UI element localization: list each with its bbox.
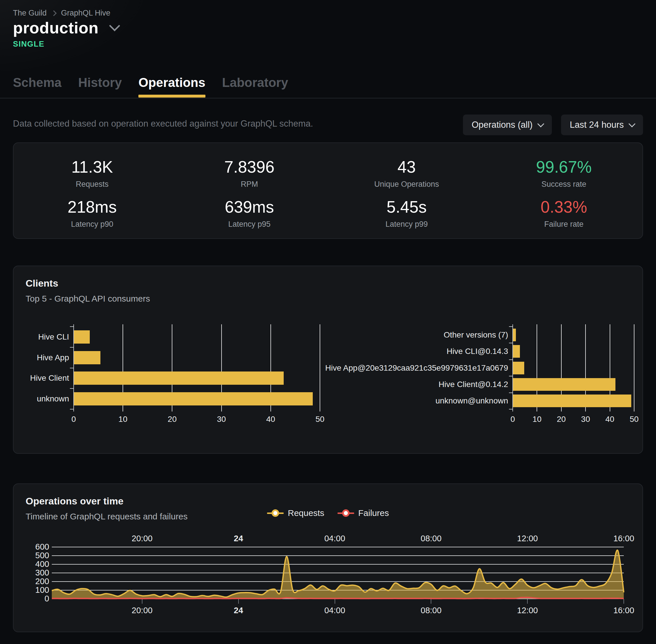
- target-header: production: [13, 18, 118, 37]
- stat-label: Unique Operations: [328, 180, 485, 189]
- stat-cell: 11.3KRequests: [14, 157, 171, 189]
- clients-by-version-chart: 01020304050Other versions (7)Hive CLI@0.…: [14, 266, 643, 454]
- chevron-down-icon: [537, 120, 544, 127]
- period-filter-dropdown[interactable]: Last 24 hours: [561, 115, 643, 135]
- x-tick-label: 30: [574, 415, 597, 424]
- stat-cell: 639msLatency p95: [171, 198, 328, 229]
- stat-cell: 7.8396RPM: [171, 157, 328, 189]
- stat-value: 99.67%: [485, 157, 643, 177]
- chevron-down-icon: [628, 120, 635, 127]
- operations-filter-dropdown[interactable]: Operations (all): [463, 115, 552, 135]
- stat-label: Latency p90: [14, 220, 171, 229]
- x-tick-label: 20: [550, 415, 573, 424]
- category-label: Other versions (7): [14, 330, 508, 340]
- breadcrumb: The Guild GraphQL Hive: [13, 9, 111, 18]
- tab-laboratory[interactable]: Laboratory: [222, 75, 288, 97]
- axis-tick: [509, 360, 513, 360]
- header-divider: [0, 98, 656, 98]
- stats-grid: 11.3KRequests7.8396RPM43Unique Operation…: [14, 143, 642, 229]
- bar: [513, 378, 615, 391]
- stat-label: Requests: [14, 180, 171, 189]
- breadcrumb-org-link[interactable]: The Guild: [13, 9, 47, 18]
- axis-tick: [509, 343, 513, 343]
- tab-bar: SchemaHistoryOperationsLaboratory: [13, 75, 288, 97]
- x-tick-label: 10: [525, 415, 548, 424]
- stat-cell: 0.33%Failure rate: [485, 198, 643, 229]
- stat-label: Latency p95: [171, 220, 328, 229]
- chevron-right-icon: [51, 10, 57, 16]
- clients-card: Clients Top 5 - GraphQL API consumers 01…: [13, 266, 643, 454]
- tab-operations[interactable]: Operations: [138, 75, 205, 97]
- stat-value: 639ms: [171, 198, 328, 216]
- tab-label: Schema: [13, 75, 62, 90]
- breadcrumb-project-link[interactable]: GraphQL Hive: [61, 9, 111, 18]
- stat-cell: 43Unique Operations: [328, 157, 485, 189]
- stat-value: 5.45s: [328, 198, 485, 216]
- operations-over-time-card: Operations over time Timeline of GraphQL…: [13, 483, 643, 632]
- stat-cell: 218msLatency p90: [14, 198, 171, 229]
- stat-label: RPM: [171, 180, 328, 189]
- x-tick-label: 40: [599, 415, 622, 424]
- stat-value: 11.3K: [14, 157, 171, 177]
- stats-card: 11.3KRequests7.8396RPM43Unique Operation…: [13, 142, 643, 239]
- bar: [513, 394, 631, 407]
- category-label: Hive App@20e3129caa921c35e9979631e17a067…: [14, 363, 508, 373]
- stat-label: Failure rate: [485, 220, 643, 229]
- x-tick-label: 0: [501, 415, 524, 424]
- operations-filter-description: Data collected based on operation execut…: [13, 119, 313, 129]
- x-tick-label: 50: [623, 415, 646, 424]
- requests-area: [52, 550, 624, 599]
- tab-label: Laboratory: [222, 75, 288, 90]
- bar: [513, 362, 524, 374]
- tab-history[interactable]: History: [78, 75, 122, 97]
- stat-label: Latency p99: [328, 220, 485, 229]
- axis-tick: [509, 376, 513, 376]
- category-label: Hive CLI@0.14.3: [14, 346, 508, 356]
- timeline-chart: 010020030040050060020:0020:00242404:0004…: [14, 484, 643, 633]
- category-label: Hive Client@0.14.2: [14, 380, 508, 389]
- stat-cell: 99.67%Success rate: [485, 157, 643, 189]
- gridline: [634, 324, 634, 412]
- stat-label: Success rate: [485, 180, 643, 189]
- tab-label: Operations: [138, 75, 205, 90]
- tab-schema[interactable]: Schema: [13, 75, 62, 97]
- axis-tick: [509, 392, 513, 393]
- bar: [513, 345, 520, 358]
- period-filter-value: Last 24 hours: [570, 120, 624, 130]
- bar: [513, 329, 516, 341]
- axis-tick: [509, 326, 513, 327]
- category-label: unknown@unknown: [14, 396, 508, 406]
- stat-cell: 5.45sLatency p99: [328, 198, 485, 229]
- filters: Operations (all) Last 24 hours: [463, 115, 643, 135]
- tab-label: History: [78, 75, 122, 90]
- target-dropdown-chevron-icon[interactable]: [109, 20, 120, 31]
- stat-value: 218ms: [14, 198, 171, 216]
- stat-value: 43: [328, 157, 485, 177]
- axis-tick: [509, 409, 513, 410]
- active-tab-indicator: [138, 95, 205, 97]
- stat-value: 0.33%: [485, 198, 643, 216]
- operations-filter-value: Operations (all): [472, 120, 533, 130]
- target-type-badge: SINGLE: [13, 40, 45, 49]
- page-title: production: [13, 18, 98, 37]
- stat-value: 7.8396: [171, 157, 328, 177]
